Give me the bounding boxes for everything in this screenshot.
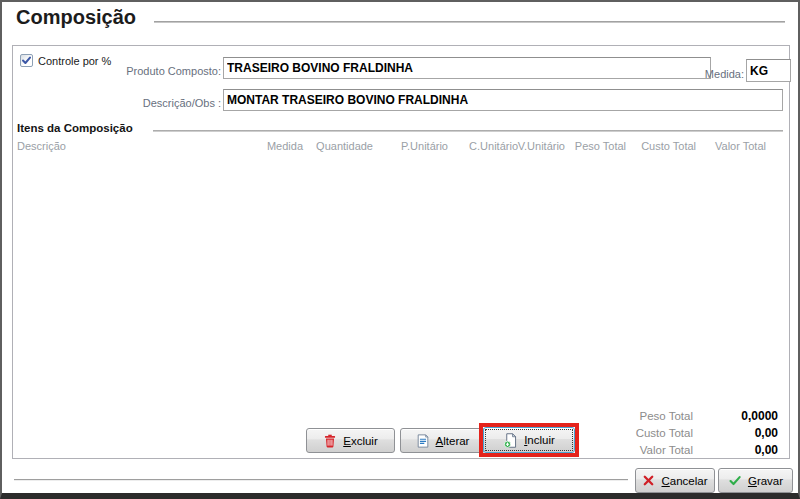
descricao-obs-label: Descrição/Obs : bbox=[53, 97, 221, 109]
column-header-custo-total: Custo Total bbox=[626, 140, 696, 152]
page-title: Composição bbox=[16, 6, 136, 29]
column-header-v-unitario: V.Unitário bbox=[498, 140, 565, 152]
produto-composto-field[interactable] bbox=[223, 57, 711, 79]
items-grid-empty[interactable] bbox=[14, 156, 788, 406]
column-header-medida: Medida bbox=[243, 140, 303, 152]
custo-total-value: 0,00 bbox=[653, 426, 778, 440]
edit-document-icon bbox=[416, 434, 430, 448]
column-header-valor-total: Valor Total bbox=[696, 140, 766, 152]
trash-icon bbox=[323, 434, 337, 448]
column-header-peso-total: Peso Total bbox=[558, 140, 626, 152]
cancelar-button[interactable]: Cancelar bbox=[635, 468, 715, 493]
column-header-p-unitario: P.Unitário bbox=[378, 140, 448, 152]
title-divider bbox=[154, 21, 785, 23]
incluir-button[interactable]: Incluir bbox=[483, 427, 575, 453]
red-x-icon bbox=[642, 474, 655, 487]
column-header-descricao: Descrição bbox=[17, 140, 66, 152]
composition-panel: Controle por % Produto Composto: Medida:… bbox=[12, 45, 790, 459]
items-section-divider bbox=[153, 130, 783, 132]
descricao-obs-field[interactable] bbox=[223, 89, 783, 111]
add-document-icon bbox=[503, 433, 518, 448]
gravar-button[interactable]: Gravar bbox=[718, 468, 793, 493]
medida-field[interactable] bbox=[746, 59, 791, 82]
valor-total-value: 0,00 bbox=[653, 443, 778, 457]
checkbox-checked-icon bbox=[20, 54, 33, 67]
excluir-button[interactable]: Excluir bbox=[306, 428, 395, 453]
alterar-button[interactable]: Alterar bbox=[400, 428, 485, 453]
peso-total-value: 0,0000 bbox=[653, 409, 778, 423]
annotation-highlight-box: Incluir bbox=[479, 423, 579, 457]
composicao-dialog: Composição Controle por % Produto Compos… bbox=[0, 0, 800, 499]
green-check-icon bbox=[728, 474, 742, 487]
footer-divider bbox=[14, 479, 628, 480]
produto-composto-label: Produto Composto: bbox=[73, 65, 221, 77]
items-section-title: Itens da Composição bbox=[17, 122, 133, 134]
medida-label: Medida: bbox=[701, 68, 744, 80]
column-header-quantidade: Quantidade bbox=[303, 140, 373, 152]
